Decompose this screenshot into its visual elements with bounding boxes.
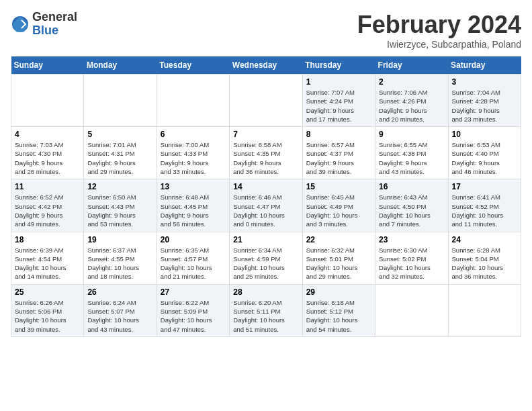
- day-info: Sunrise: 7:07 AM Sunset: 4:24 PM Dayligh…: [306, 88, 371, 124]
- cell-w1-d7: 3Sunrise: 7:04 AM Sunset: 4:28 PM Daylig…: [448, 75, 521, 127]
- logo-icon: [11, 15, 30, 34]
- calendar-table: Sunday Monday Tuesday Wednesday Thursday…: [11, 56, 521, 337]
- cell-w2-d5: 8Sunrise: 6:57 AM Sunset: 4:37 PM Daylig…: [302, 127, 375, 179]
- cell-w5-d4: 28Sunrise: 6:20 AM Sunset: 5:11 PM Dayli…: [230, 284, 302, 336]
- cell-w2-d1: 4Sunrise: 7:03 AM Sunset: 4:30 PM Daylig…: [11, 127, 84, 179]
- cell-w1-d6: 2Sunrise: 7:06 AM Sunset: 4:26 PM Daylig…: [375, 75, 448, 127]
- logo-general-text: General: [32, 11, 77, 24]
- day-number: 24: [452, 235, 517, 244]
- day-number: 9: [379, 130, 444, 139]
- cell-w4-d7: 24Sunrise: 6:28 AM Sunset: 5:04 PM Dayli…: [448, 232, 521, 284]
- col-sunday: Sunday: [11, 56, 84, 75]
- col-monday: Monday: [84, 56, 157, 75]
- day-info: Sunrise: 6:55 AM Sunset: 4:38 PM Dayligh…: [379, 140, 444, 176]
- day-info: Sunrise: 6:58 AM Sunset: 4:35 PM Dayligh…: [233, 140, 298, 176]
- month-title: February 2024: [357, 11, 521, 39]
- day-number: 25: [15, 287, 80, 297]
- cell-w3-d5: 15Sunrise: 6:45 AM Sunset: 4:49 PM Dayli…: [302, 179, 375, 232]
- logo-blue-text: Blue: [32, 24, 77, 38]
- cell-w2-d4: 7Sunrise: 6:58 AM Sunset: 4:35 PM Daylig…: [230, 127, 302, 179]
- day-number: 6: [161, 130, 226, 139]
- day-number: 10: [452, 130, 517, 139]
- day-info: Sunrise: 6:32 AM Sunset: 5:01 PM Dayligh…: [306, 246, 371, 281]
- cell-w5-d6: [375, 284, 448, 336]
- col-wednesday: Wednesday: [230, 56, 302, 75]
- cell-w2-d2: 5Sunrise: 7:01 AM Sunset: 4:31 PM Daylig…: [84, 127, 157, 179]
- day-number: 7: [233, 130, 298, 139]
- cell-w3-d1: 11Sunrise: 6:52 AM Sunset: 4:42 PM Dayli…: [11, 179, 84, 232]
- cell-w5-d5: 29Sunrise: 6:18 AM Sunset: 5:12 PM Dayli…: [302, 284, 375, 336]
- cell-w4-d3: 20Sunrise: 6:35 AM Sunset: 4:57 PM Dayli…: [157, 232, 229, 284]
- day-info: Sunrise: 6:30 AM Sunset: 5:02 PM Dayligh…: [379, 246, 444, 281]
- day-number: 18: [15, 235, 80, 244]
- day-number: 12: [87, 182, 152, 191]
- day-number: 8: [306, 130, 371, 139]
- col-friday: Friday: [375, 56, 448, 75]
- cell-w3-d7: 17Sunrise: 6:41 AM Sunset: 4:52 PM Dayli…: [448, 179, 521, 232]
- week-row-5: 25Sunrise: 6:26 AM Sunset: 5:06 PM Dayli…: [11, 284, 521, 336]
- day-number: 27: [161, 287, 226, 297]
- cell-w1-d1: [11, 75, 84, 127]
- day-number: 3: [452, 77, 517, 87]
- day-number: 26: [87, 287, 152, 297]
- cell-w4-d6: 23Sunrise: 6:30 AM Sunset: 5:02 PM Dayli…: [375, 232, 448, 284]
- day-number: 11: [15, 182, 80, 191]
- day-info: Sunrise: 6:41 AM Sunset: 4:52 PM Dayligh…: [452, 193, 517, 228]
- cell-w5-d1: 25Sunrise: 6:26 AM Sunset: 5:06 PM Dayli…: [11, 284, 84, 336]
- day-number: 17: [452, 182, 517, 191]
- cell-w1-d5: 1Sunrise: 7:07 AM Sunset: 4:24 PM Daylig…: [302, 75, 375, 127]
- day-info: Sunrise: 6:37 AM Sunset: 4:55 PM Dayligh…: [87, 246, 152, 281]
- cell-w3-d4: 14Sunrise: 6:46 AM Sunset: 4:47 PM Dayli…: [230, 179, 302, 232]
- cell-w2-d6: 9Sunrise: 6:55 AM Sunset: 4:38 PM Daylig…: [375, 127, 448, 179]
- col-saturday: Saturday: [448, 56, 521, 75]
- day-number: 29: [306, 287, 371, 297]
- cell-w1-d4: [230, 75, 302, 127]
- day-number: 1: [306, 77, 371, 87]
- cell-w4-d4: 21Sunrise: 6:34 AM Sunset: 4:59 PM Dayli…: [230, 232, 302, 284]
- cell-w1-d2: [84, 75, 157, 127]
- calendar-header: Sunday Monday Tuesday Wednesday Thursday…: [11, 56, 521, 75]
- week-row-4: 18Sunrise: 6:39 AM Sunset: 4:54 PM Dayli…: [11, 232, 521, 284]
- day-number: 23: [379, 235, 444, 244]
- day-info: Sunrise: 6:53 AM Sunset: 4:40 PM Dayligh…: [452, 140, 517, 176]
- day-number: 15: [306, 182, 371, 191]
- col-thursday: Thursday: [302, 56, 375, 75]
- day-info: Sunrise: 6:24 AM Sunset: 5:07 PM Dayligh…: [87, 298, 152, 334]
- day-number: 20: [161, 235, 226, 244]
- day-number: 28: [233, 287, 298, 297]
- cell-w5-d2: 26Sunrise: 6:24 AM Sunset: 5:07 PM Dayli…: [84, 284, 157, 336]
- day-info: Sunrise: 6:34 AM Sunset: 4:59 PM Dayligh…: [233, 246, 298, 281]
- day-number: 13: [161, 182, 226, 191]
- cell-w3-d2: 12Sunrise: 6:50 AM Sunset: 4:43 PM Dayli…: [84, 179, 157, 232]
- day-info: Sunrise: 6:22 AM Sunset: 5:09 PM Dayligh…: [161, 298, 226, 334]
- title-section: February 2024 Iwierzyce, Subcarpathia, P…: [357, 11, 521, 50]
- cell-w3-d3: 13Sunrise: 6:48 AM Sunset: 4:45 PM Dayli…: [157, 179, 229, 232]
- day-number: 2: [379, 77, 444, 87]
- day-number: 19: [87, 235, 152, 244]
- day-info: Sunrise: 6:18 AM Sunset: 5:12 PM Dayligh…: [306, 298, 371, 334]
- day-info: Sunrise: 7:00 AM Sunset: 4:33 PM Dayligh…: [161, 140, 226, 176]
- calendar-body: 1Sunrise: 7:07 AM Sunset: 4:24 PM Daylig…: [11, 75, 521, 337]
- header-row: Sunday Monday Tuesday Wednesday Thursday…: [11, 56, 521, 75]
- day-info: Sunrise: 6:52 AM Sunset: 4:42 PM Dayligh…: [15, 193, 80, 228]
- day-info: Sunrise: 7:01 AM Sunset: 4:31 PM Dayligh…: [87, 140, 152, 176]
- day-number: 14: [233, 182, 298, 191]
- day-info: Sunrise: 6:46 AM Sunset: 4:47 PM Dayligh…: [233, 193, 298, 228]
- day-number: 21: [233, 235, 298, 244]
- col-tuesday: Tuesday: [157, 56, 229, 75]
- day-info: Sunrise: 6:45 AM Sunset: 4:49 PM Dayligh…: [306, 193, 371, 228]
- location-title: Iwierzyce, Subcarpathia, Poland: [357, 39, 521, 50]
- day-info: Sunrise: 6:43 AM Sunset: 4:50 PM Dayligh…: [379, 193, 444, 228]
- day-number: 22: [306, 235, 371, 244]
- day-info: Sunrise: 6:48 AM Sunset: 4:45 PM Dayligh…: [161, 193, 226, 228]
- day-info: Sunrise: 6:28 AM Sunset: 5:04 PM Dayligh…: [452, 246, 517, 281]
- cell-w2-d3: 6Sunrise: 7:00 AM Sunset: 4:33 PM Daylig…: [157, 127, 229, 179]
- cell-w5-d3: 27Sunrise: 6:22 AM Sunset: 5:09 PM Dayli…: [157, 284, 229, 336]
- day-info: Sunrise: 6:35 AM Sunset: 4:57 PM Dayligh…: [161, 246, 226, 281]
- day-number: 4: [15, 130, 80, 139]
- cell-w4-d1: 18Sunrise: 6:39 AM Sunset: 4:54 PM Dayli…: [11, 232, 84, 284]
- day-info: Sunrise: 7:03 AM Sunset: 4:30 PM Dayligh…: [15, 140, 80, 176]
- header: General Blue February 2024 Iwierzyce, Su…: [11, 11, 521, 50]
- week-row-3: 11Sunrise: 6:52 AM Sunset: 4:42 PM Dayli…: [11, 179, 521, 232]
- week-row-1: 1Sunrise: 7:07 AM Sunset: 4:24 PM Daylig…: [11, 75, 521, 127]
